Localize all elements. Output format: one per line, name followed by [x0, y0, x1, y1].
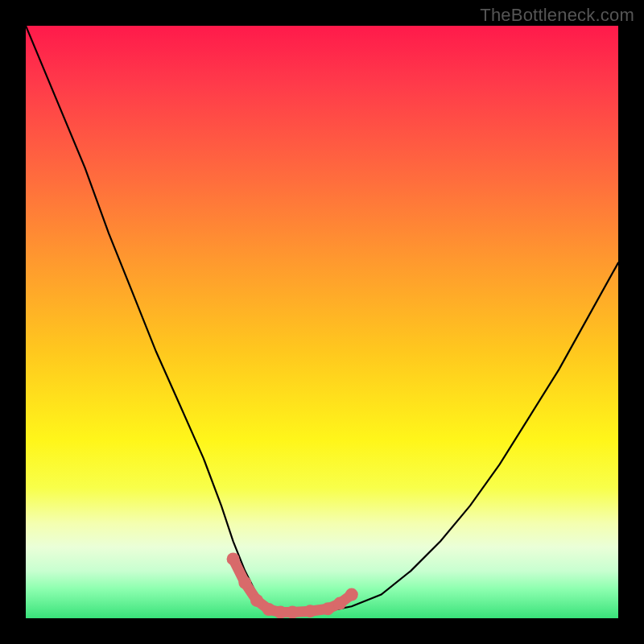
highlight-dot — [262, 603, 275, 616]
plot-area — [26, 26, 618, 618]
watermark-label: TheBottleneck.com — [480, 5, 634, 26]
chart-frame: TheBottleneck.com — [0, 0, 644, 644]
highlight-dot — [250, 594, 263, 607]
highlight-dot — [286, 606, 299, 618]
highlight-dot — [227, 552, 240, 565]
highlight-dot — [333, 597, 346, 610]
highlight-dot — [275, 606, 287, 618]
highlight-dot — [303, 605, 316, 617]
curve-layer — [26, 26, 618, 618]
highlight-dot — [238, 576, 251, 589]
highlighted-minimum-dots — [227, 552, 358, 618]
highlight-dot — [345, 588, 358, 601]
bottleneck-curve — [26, 26, 618, 613]
highlight-dot — [321, 602, 334, 615]
